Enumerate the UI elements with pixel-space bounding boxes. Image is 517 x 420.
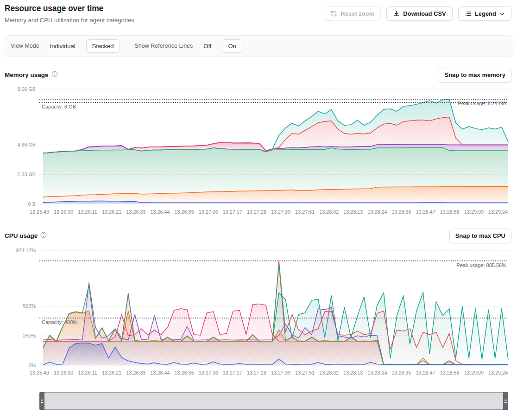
memory-section-header: Memory usage Snap to max memory (0, 67, 517, 83)
x-tick-label: 13:27:51 (295, 209, 315, 215)
refresh-icon (330, 10, 337, 17)
grip-icon (41, 400, 43, 403)
time-range-brush[interactable] (39, 392, 508, 410)
x-tick-label: 13:26:21 (102, 370, 121, 375)
brush-handle-left[interactable] (39, 392, 44, 410)
grip-icon (504, 400, 507, 403)
cpu-chart-title: CPU usage (5, 232, 38, 239)
reference-line-label: Peak usage: 885.56% (456, 262, 506, 268)
view-mode-stacked-button[interactable]: Stacked (86, 39, 120, 53)
x-tick-label: 13:26:55 (175, 209, 194, 215)
cpu-section-title-row: CPU usage (5, 232, 47, 240)
snap-to-max-memory-button[interactable]: Snap to max memory (439, 68, 512, 83)
header-actions: Reset zoom Download CSV Legend (324, 4, 511, 21)
x-tick-label: 13:26:55 (175, 370, 194, 375)
x-tick-label: 13:28:24 (367, 209, 387, 215)
x-tick-label: 13:26:00 (54, 209, 73, 215)
page-title: Resource usage over time (5, 4, 134, 13)
x-tick-label: 13:26:33 (126, 209, 145, 215)
y-tick-label: 9.06 GB (17, 86, 36, 92)
x-tick-label: 13:28:13 (343, 209, 363, 215)
x-tick-label: 13:28:47 (416, 370, 435, 375)
brush-handle-right[interactable] (503, 392, 508, 410)
x-tick-label: 13:28:47 (416, 209, 435, 215)
download-csv-button[interactable]: Download CSV (386, 6, 452, 21)
reference-lines-off-button[interactable]: Off (197, 39, 217, 53)
reference-line-label: Capacity: 400% (42, 319, 77, 325)
x-tick-label: 13:27:28 (247, 209, 266, 215)
cpu-usage-chart[interactable]: 974.12%500%250%0%Peak usage: 885.56%Capa… (0, 246, 517, 378)
x-tick-label: 13:26:11 (78, 370, 97, 375)
reference-line-label: Peak usage: 8.24 GB (458, 101, 506, 106)
chevron-down-icon (499, 11, 505, 17)
y-tick-label: 4.66 GB (17, 142, 36, 147)
memory-chart-title: Memory usage (5, 71, 49, 78)
reference-lines-on-button[interactable]: On (222, 39, 242, 53)
y-tick-label: 500% (23, 303, 36, 309)
info-icon (51, 71, 58, 79)
snap-to-max-cpu-button[interactable]: Snap to max CPU (449, 229, 511, 243)
x-tick-label: 13:28:58 (440, 370, 460, 375)
x-tick-label: 13:28:58 (440, 209, 460, 215)
x-tick-label: 13:29:09 (464, 370, 484, 375)
x-tick-label: 13:26:33 (126, 370, 145, 375)
x-tick-label: 13:26:21 (102, 209, 121, 215)
x-tick-label: 13:28:35 (392, 370, 411, 375)
chart-controls-bar: View Mode Individual Stacked Show Refere… (4, 35, 513, 57)
x-tick-label: 13:27:28 (247, 370, 266, 375)
reset-zoom-label: Reset zoom (340, 10, 374, 17)
x-tick-label: 13:29:24 (488, 370, 508, 375)
x-tick-label: 13:27:39 (271, 209, 290, 215)
x-tick-label: 13:28:02 (319, 209, 339, 215)
page-header: Resource usage over time Memory and CPU … (0, 0, 517, 24)
x-tick-label: 13:27:51 (295, 370, 315, 375)
y-tick-label: 0% (28, 363, 36, 368)
reset-zoom-button[interactable]: Reset zoom (324, 6, 381, 21)
x-tick-label: 13:27:06 (199, 209, 218, 215)
x-tick-label: 13:26:44 (151, 209, 170, 215)
x-tick-label: 13:25:49 (30, 209, 49, 215)
legend-button[interactable]: Legend (458, 6, 511, 21)
x-tick-label: 13:25:49 (30, 370, 49, 375)
reference-line-label: Capacity: 8 GB (42, 104, 76, 109)
view-mode-individual-button[interactable]: Individual (44, 39, 82, 53)
download-csv-label: Download CSV (403, 10, 446, 17)
header-titles: Resource usage over time Memory and CPU … (5, 4, 134, 24)
x-tick-label: 13:26:00 (54, 370, 73, 375)
view-mode-label: View Mode (11, 43, 39, 49)
x-tick-label: 13:28:13 (343, 370, 363, 375)
info-icon (40, 232, 47, 240)
x-tick-label: 13:29:09 (464, 209, 484, 215)
x-tick-label: 13:28:02 (319, 370, 339, 375)
y-tick-label: 0 B (28, 201, 36, 207)
y-tick-label: 974.12% (16, 248, 36, 253)
x-tick-label: 13:27:06 (199, 370, 218, 375)
list-icon (465, 10, 472, 17)
y-tick-label: 250% (23, 333, 36, 338)
x-tick-label: 13:26:44 (151, 370, 170, 375)
x-tick-label: 13:29:24 (488, 209, 508, 215)
download-icon (393, 10, 400, 17)
cpu-section-header: CPU usage Snap to max CPU (0, 228, 517, 243)
y-tick-label: 2.33 GB (17, 172, 36, 177)
legend-label: Legend (475, 10, 496, 17)
x-tick-label: 13:28:35 (392, 209, 411, 215)
x-tick-label: 13:26:11 (78, 209, 97, 215)
x-tick-label: 13:27:39 (271, 370, 290, 375)
show-reference-lines-label: Show Reference Lines (135, 43, 193, 49)
memory-section-title-row: Memory usage (5, 71, 58, 79)
memory-usage-chart[interactable]: 9.06 GB4.66 GB2.33 GB0 BPeak usage: 8.24… (0, 83, 517, 216)
x-tick-label: 13:28:24 (367, 370, 387, 375)
x-tick-label: 13:27:17 (223, 209, 242, 215)
x-tick-label: 13:27:17 (223, 370, 242, 375)
page-subtitle: Memory and CPU utilization for agent cat… (5, 17, 134, 24)
